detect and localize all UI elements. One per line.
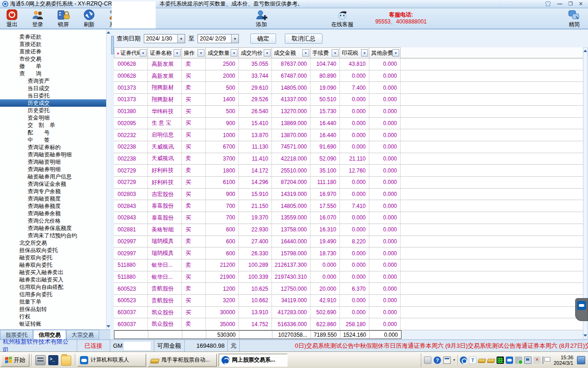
sidebar-item[interactable]: 查询证券标的 [0,144,106,151]
table-row[interactable]: 002843泰嘉股份买70019.37013559.00016.0700.000… [114,212,583,224]
sidebar-scrollbar[interactable] [106,29,110,329]
start-button[interactable]: 开始 [1,354,29,367]
sidebar-item[interactable]: 北交所交易 [0,239,106,247]
column-header[interactable]: 成交数量▼ [206,47,239,58]
network-icon[interactable] [524,356,531,364]
table-row[interactable]: 600523贵航股份买320010.66234119.00042.9100.00… [114,295,583,307]
sidebar-item[interactable]: 查询保证金余额 [0,180,106,188]
table-row[interactable]: 600523贵航股份卖120010.62512750.00020.0006.37… [114,283,583,295]
sidebar-item[interactable]: 查询融券明细 [0,166,106,173]
confirm-button[interactable]: 确定 [250,34,276,44]
column-header[interactable]: ▲证券代码▼ [114,47,148,58]
help-icon[interactable] [434,356,441,364]
table-row[interactable]: 002997瑞鹄模具卖60027.40016440.00019.4908.220… [114,236,583,248]
sidebar-item[interactable]: 查询专户余额 [0,188,106,195]
sidebar-item[interactable]: 交 割 单 [0,121,106,129]
flag-icon[interactable] [543,356,550,364]
goldbar-icon[interactable] [487,359,495,363]
column-filter-icon[interactable]: ▼ [392,49,399,57]
sidebar-item[interactable]: 融资融券用户信息 [0,173,106,180]
sidebar-item[interactable]: 当日成交 [0,85,106,92]
server-icon[interactable] [35,355,45,365]
sidebar-item[interactable]: 融资买入融券卖出 [0,269,106,276]
sidebar-item[interactable]: 查询融券余额 [0,210,106,217]
table-row[interactable]: 002803吉宏股份买90015.91014319.00016.9700.000… [114,189,583,201]
keyboard-icon[interactable] [424,356,431,364]
sidebar-item[interactable]: 查询公允价格 [0,217,106,224]
refresh-button[interactable]: 刷新 [79,8,99,29]
date-to-dropdown-icon[interactable]: ▼ [231,34,238,43]
task-button[interactable]: 计算机和联系人 [77,354,146,367]
column-filter-icon[interactable]: ▼ [174,49,181,57]
sidebar-item[interactable]: 查询融资额度 [0,195,106,202]
taskbar-clock[interactable]: 15:36 2024/3/1 [552,355,575,366]
sidebar-item[interactable]: 卖券还款 [0,33,106,40]
table-row[interactable]: 002881美格智能买60022.93013758.00016.3100.000… [114,224,583,236]
table-row[interactable]: 000628高新发展卖250035.05587637.000104.74043.… [114,58,583,70]
column-filter-icon[interactable]: ▼ [332,49,339,57]
table-row[interactable]: 002095生 意 宝买90015.41013869.00016.4400.00… [114,118,583,130]
exit-button[interactable]: 退出 [2,8,22,29]
sidebar-item[interactable]: 历史成交 [0,99,106,107]
sidebar-item[interactable]: 资金明细 [0,114,106,121]
sidebar-item[interactable]: 查询融券保底额度 [0,224,106,232]
sidebar-item[interactable]: 历史委托 [0,107,106,114]
table-row[interactable]: 002238天威视讯卖370011.41042218.00052.09021.1… [114,153,583,165]
teamviewer-icon[interactable] [506,356,513,364]
goldbar-icon[interactable] [478,359,486,363]
task-button[interactable]: 甩手掌柜股票自动... [148,354,217,367]
green-grid-icon[interactable] [497,356,504,364]
sidebar-item[interactable]: 查 询 [0,70,106,77]
scroll-up-icon[interactable] [583,50,587,52]
sidebar-item[interactable]: 查询资产 [0,77,106,85]
speaker-muted-icon[interactable] [533,356,541,364]
table-row[interactable]: 001373翔腾新材卖50029.61014805.00019.0907.400… [114,82,583,94]
lock-screen-button[interactable]: 锁屏 [53,8,74,29]
scroll-down-icon[interactable] [107,325,110,328]
window-restore-icon[interactable] [443,356,451,364]
column-filter-icon[interactable]: ▼ [140,49,147,57]
haitong-icon[interactable] [460,356,467,364]
table-row[interactable]: 002997瑞鹄模具买60026.33015798.00018.7300.000… [114,247,583,259]
tray-expand-icon[interactable]: ▼ [452,358,456,362]
sidebar-item[interactable]: 融券双向委托 [0,261,106,269]
column-header[interactable]: 操作▼ [182,47,206,58]
column-header[interactable]: 手续费▼ [311,47,340,58]
restore-button[interactable]: ❐ [568,1,573,6]
column-filter-icon[interactable]: ▼ [264,49,271,57]
scroll-up-icon[interactable] [107,31,110,34]
table-scrollbar[interactable] [583,47,588,339]
table-row[interactable]: 603037凯众股份买3000013.910417283.000502.6900… [114,307,583,319]
sidebar-item[interactable]: 市价交易 [0,55,106,63]
table-row[interactable]: 603037凯众股份卖3500014.752516336.000622.8602… [114,318,583,330]
skin-icon[interactable] [545,1,551,7]
sidebar-item[interactable]: 行权 [0,313,106,320]
sidebar-item[interactable]: 查询融资融券明细 [0,151,106,158]
t-app-icon[interactable] [469,356,476,364]
sidebar-item[interactable]: 查询融券额度 [0,202,106,210]
close-button[interactable]: ✕ [579,1,583,6]
column-filter-icon[interactable]: ▼ [198,49,204,57]
minimize-button[interactable]: — [557,1,562,6]
sidebar-item[interactable]: 信用多向委托 [0,291,106,298]
column-header[interactable]: 成交均价▼ [239,47,272,58]
table-row[interactable]: 001373翔腾新材买140029.52641337.00050.5100.00… [114,94,583,106]
usb-icon[interactable] [515,356,522,364]
table-row[interactable]: 001380华纬科技买50026.54013270.00015.7300.000… [114,106,583,118]
column-filter-icon[interactable]: ▼ [361,49,368,57]
sidebar-item[interactable]: 撤 单 [0,63,106,70]
table-row[interactable]: 002232启明信息买100013.87013870.00016.4400.00… [114,129,583,141]
column-header[interactable]: 证券名称▼ [148,47,182,58]
sidebar-item[interactable]: 查询未了结预约合约 [0,232,106,239]
sidebar-item[interactable]: 批量下单 [0,298,106,305]
login-button[interactable]: 登录 [28,8,48,29]
folder-icon[interactable] [61,356,71,366]
table-row[interactable]: 002238天威视讯买670011.13074571.00091.6900.00… [114,141,583,153]
sidebar-item[interactable]: 担保品双向委托 [0,247,106,254]
date-from-input[interactable]: 2024/ 1/30 ▼ [144,34,185,43]
column-filter-icon[interactable]: ▼ [302,49,309,57]
table-row[interactable]: 511880银华日...卖21200100.2892126137.3000.00… [114,259,583,271]
column-header[interactable]: 印花税▼ [340,47,369,58]
sidebar-item[interactable]: 担保品划转 [0,305,106,313]
column-header[interactable]: 其他杂费▼ [369,47,401,58]
